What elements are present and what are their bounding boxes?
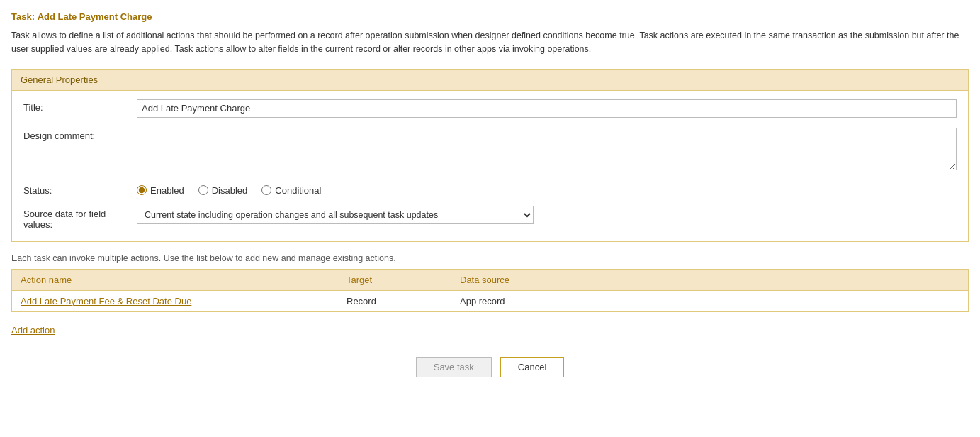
design-comment-control (137, 128, 957, 172)
status-conditional-radio[interactable] (261, 185, 271, 195)
status-control: Enabled Disabled Conditional (137, 182, 957, 196)
add-action-container: Add action (11, 319, 969, 336)
task-prefix: Task: (11, 11, 35, 22)
status-conditional-text: Conditional (275, 185, 321, 196)
target-cell: Record (338, 291, 451, 311)
status-enabled-label[interactable]: Enabled (137, 185, 184, 196)
actions-table-header: Action name Target Data source (11, 269, 969, 291)
status-enabled-radio[interactable] (137, 185, 147, 195)
status-conditional-label[interactable]: Conditional (261, 185, 321, 196)
actions-col-target: Target (338, 270, 451, 290)
status-disabled-label[interactable]: Disabled (198, 185, 248, 196)
design-comment-label: Design comment: (23, 128, 137, 141)
data-source-cell: App record (451, 291, 968, 311)
actions-note: Each task can invoke multiple actions. U… (11, 253, 969, 263)
status-row: Status: Enabled Disabled Conditional (23, 182, 957, 196)
title-row: Title: (23, 99, 957, 118)
task-description: Task allows to define a list of addition… (11, 29, 969, 56)
actions-col-data-source: Data source (451, 270, 968, 290)
status-label: Status: (23, 182, 137, 196)
task-header: Task: Add Late Payment Charge (11, 11, 969, 22)
source-data-row: Source data for field values: Current st… (23, 206, 957, 230)
source-data-select[interactable]: Current state including operation change… (137, 206, 534, 224)
design-comment-input[interactable] (137, 128, 957, 170)
cancel-button[interactable]: Cancel (500, 357, 564, 377)
actions-col-action-name: Action name (12, 270, 338, 290)
button-row: Save task Cancel (11, 357, 969, 377)
actions-table-body: Add Late Payment Fee & Reset Date Due Re… (11, 291, 969, 312)
action-name-cell: Add Late Payment Fee & Reset Date Due (12, 291, 338, 311)
status-radio-group: Enabled Disabled Conditional (137, 182, 957, 196)
task-title: Add Late Payment Charge (38, 11, 152, 22)
status-disabled-radio[interactable] (198, 185, 208, 195)
source-data-label: Source data for field values: (23, 206, 137, 230)
title-input[interactable] (137, 99, 957, 118)
action-name-link[interactable]: Add Late Payment Fee & Reset Date Due (21, 296, 191, 306)
table-row: Add Late Payment Fee & Reset Date Due Re… (12, 291, 968, 311)
general-properties-body: Title: Design comment: Status: Enabled D… (11, 91, 969, 242)
save-task-button[interactable]: Save task (416, 357, 492, 377)
title-control (137, 99, 957, 118)
add-action-link[interactable]: Add action (11, 325, 55, 336)
title-label: Title: (23, 99, 137, 113)
design-comment-row: Design comment: (23, 128, 957, 172)
general-properties-header: General Properties (11, 69, 969, 91)
status-enabled-text: Enabled (150, 185, 184, 196)
source-data-control: Current state including operation change… (137, 206, 957, 224)
status-disabled-text: Disabled (212, 185, 248, 196)
